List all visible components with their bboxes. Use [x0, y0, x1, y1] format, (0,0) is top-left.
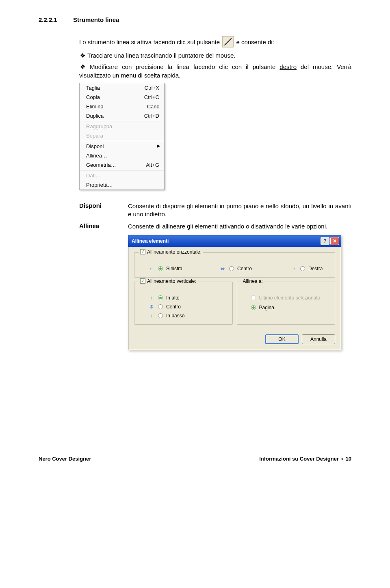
menu-item-label: Elimina: [86, 103, 104, 110]
checkbox-checked-icon: ✓: [140, 278, 145, 284]
def-row-disponi: Disponi Consente di disporre gli element…: [79, 202, 351, 219]
footer-bullet: •: [341, 456, 343, 462]
right-arrow-icon: →: [290, 266, 297, 271]
menu-item-shortcut: Ctrl+X: [145, 85, 159, 91]
footer-page: 10: [346, 456, 351, 462]
menu-item: Raggruppa: [80, 122, 164, 131]
menu-item: Separa: [80, 131, 164, 140]
checkbox-checked-icon: ✓: [140, 249, 145, 254]
radio-on-icon: [158, 266, 163, 271]
intro-text-a: Lo strumento linea si attiva facendo cli…: [79, 39, 220, 45]
menu-item-label: Separa: [86, 133, 103, 139]
radio-pagina[interactable]: Pagina: [251, 305, 329, 310]
center-v-arrow-icon: ⇕: [148, 304, 155, 310]
vertical-groupbox: ✓ Allineamento verticale: ↑ In alto ⇕ Ce…: [134, 282, 233, 325]
basso-label: In basso: [166, 313, 184, 319]
submenu-arrow-icon: ▶: [157, 143, 160, 149]
menu-item[interactable]: Allinea…: [80, 151, 164, 160]
page-footer: Nero Cover Designer Informazioni su Cove…: [39, 456, 351, 462]
intro-text-b: e consente di:: [236, 39, 274, 45]
menu-item[interactable]: DuplicaCtrl+D: [80, 111, 164, 121]
menu-item-shortcut: Ctrl+C: [144, 94, 159, 100]
centro-h-label: Centro: [237, 266, 252, 271]
menu-item-shortcut: Alt+G: [146, 162, 159, 168]
radio-basso[interactable]: ↓ In basso: [148, 313, 227, 319]
vert-checkbox-label[interactable]: ✓ Allineamento verticale:: [139, 278, 198, 284]
menu-separator: [80, 121, 164, 121]
def-row-allinea: Allinea Consente di allineare gli elemen…: [79, 222, 351, 230]
horiz-checkbox-label[interactable]: ✓ Allineamento orizzontale:: [139, 249, 203, 255]
left-arrow-icon: ←: [148, 266, 155, 271]
radio-centro-h[interactable]: ⇔ Centro: [219, 266, 266, 271]
menu-item-label: Dati…: [86, 172, 101, 179]
menu-item-label: Proprietà…: [86, 182, 113, 188]
radio-destra[interactable]: → Destra: [290, 266, 337, 271]
menu-item[interactable]: CopiaCtrl+C: [80, 93, 164, 102]
radio-alto[interactable]: ↑ In alto: [148, 295, 227, 301]
def-term-disponi: Disponi: [79, 202, 128, 219]
horizontal-groupbox: ✓ Allineamento orizzontale: ← Sinistra ⇔…: [134, 252, 335, 278]
alto-label: In alto: [166, 295, 180, 301]
menu-item-label: Allinea…: [86, 153, 107, 159]
radio-on-icon: [158, 295, 163, 300]
ultimo-label: Ultimo elemento selezionato: [259, 295, 321, 301]
radio-centro-v[interactable]: ⇕ Centro: [148, 304, 227, 310]
cancel-button[interactable]: Annulla: [302, 334, 335, 344]
footer-right-label: Informazioni su Cover Designer: [259, 456, 339, 462]
dialog-buttons: OK Annulla: [128, 334, 341, 350]
up-arrow-icon: ↑: [148, 295, 155, 301]
help-button[interactable]: ?: [321, 237, 329, 245]
centro-v-label: Centro: [166, 304, 181, 310]
menu-item-shortcut: Canc: [147, 103, 159, 110]
section-heading: 2.2.2.1 Strumento linea: [39, 16, 351, 23]
radio-off-icon: [300, 266, 305, 271]
menu-item-label: Taglia: [86, 85, 100, 91]
align-dialog: Allinea elementi ? ✕ ✓ Allineamento oriz…: [128, 235, 341, 350]
radio-disabled-icon: [251, 295, 256, 300]
target-label: Allinea a:: [241, 278, 264, 284]
menu-item: Dati…: [80, 171, 164, 180]
bullet2-underline: destro: [280, 63, 297, 70]
menu-item-label: Duplica: [86, 113, 104, 119]
bullet1-text: Tracciare una linea trascinando il punta…: [87, 52, 236, 59]
menu-item[interactable]: Proprietà…: [80, 180, 164, 190]
menu-item-label: Geometria…: [86, 162, 116, 168]
section-number: 2.2.2.1: [39, 16, 57, 23]
menu-item-shortcut: Ctrl+D: [144, 113, 159, 119]
menu-item[interactable]: Geometria…Alt+G: [80, 160, 164, 170]
def-term-allinea: Allinea: [79, 222, 128, 230]
radio-on-icon: [251, 305, 256, 310]
radio-off-icon: [158, 304, 163, 309]
dialog-titlebar: Allinea elementi ? ✕: [128, 235, 341, 247]
vert-label: Allineamento verticale:: [147, 278, 196, 284]
bullet-item-1: ❖ Tracciare una linea trascinando il pun…: [79, 52, 351, 60]
footer-right: Informazioni su Cover Designer • 10: [259, 456, 351, 462]
target-groupbox: Allinea a: Ultimo elemento selezionato P…: [237, 282, 336, 325]
bullet-item-2: ❖ Modificare con precisione la linea fac…: [79, 63, 351, 80]
context-menu: TagliaCtrl+XCopiaCtrl+CEliminaCancDuplic…: [79, 83, 165, 190]
intro-paragraph: Lo strumento linea si attiva facendo cli…: [79, 36, 351, 47]
menu-item[interactable]: Disponi▶: [80, 142, 164, 151]
sinistra-label: Sinistra: [166, 266, 182, 271]
def-desc-disponi: Consente di disporre gli elementi in pri…: [128, 202, 351, 219]
horiz-label: Allineamento orizzontale:: [147, 249, 202, 255]
menu-item-label: Copia: [86, 94, 100, 100]
menu-item-label: Raggruppa: [86, 123, 112, 129]
dialog-title: Allinea elementi: [132, 238, 320, 244]
ok-button[interactable]: OK: [265, 334, 299, 344]
close-button[interactable]: ✕: [330, 237, 339, 245]
radio-sinistra[interactable]: ← Sinistra: [148, 266, 195, 271]
menu-item[interactable]: TagliaCtrl+X: [80, 83, 164, 93]
center-h-arrow-icon: ⇔: [219, 266, 226, 271]
radio-ultimo: Ultimo elemento selezionato: [251, 295, 329, 301]
footer-left: Nero Cover Designer: [39, 456, 91, 462]
radio-off-icon: [158, 313, 163, 318]
pagina-label: Pagina: [259, 305, 274, 310]
bullet-icon: ❖: [79, 63, 86, 71]
menu-item[interactable]: EliminaCanc: [80, 102, 164, 111]
bullet2-text-a: Modificare con precisione la linea facen…: [90, 63, 280, 70]
line-tool-icon: [222, 36, 234, 47]
down-arrow-icon: ↓: [148, 313, 155, 319]
def-desc-allinea: Consente di allineare gli elementi attiv…: [128, 222, 351, 230]
bullet-icon: ❖: [79, 52, 86, 60]
